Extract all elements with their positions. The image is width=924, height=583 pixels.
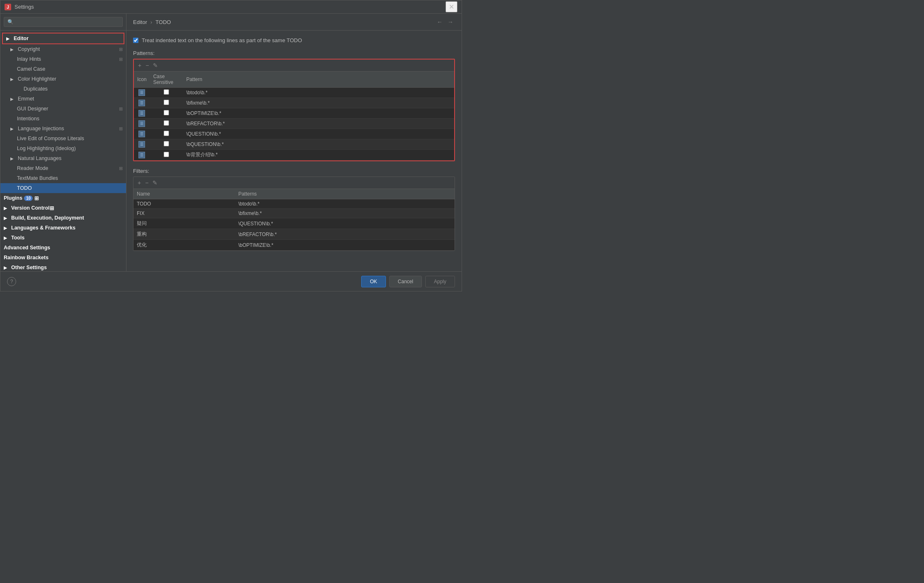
sidebar-item-editor[interactable]: ▶ Editor	[3, 33, 124, 43]
sidebar-item-label: Editor	[14, 36, 29, 41]
settings-window: J Settings ✕ ▶ Editor ▶	[0, 0, 462, 292]
col-case-sensitive: Case Sensitive	[150, 72, 183, 88]
sidebar-item-label: Duplicates	[24, 86, 123, 92]
row-case	[150, 108, 183, 119]
expand-arrow: ▶	[10, 47, 17, 52]
content-area: Editor › TODO ← → Treat indented text on…	[126, 14, 462, 271]
table-row: TODO \btodo\b.*	[133, 199, 455, 209]
case-checkbox[interactable]	[164, 152, 169, 157]
breadcrumb-todo: TODO	[155, 19, 171, 25]
table-row: FIX \bfixme\b.*	[133, 209, 455, 218]
sidebar-item-intentions[interactable]: Intentions	[0, 114, 126, 124]
table-row: 重构 \bREFACTOR\b.*	[133, 229, 455, 240]
row-pattern: \btodo\b.*	[183, 88, 454, 98]
apply-button[interactable]: Apply	[425, 276, 455, 287]
filters-remove-button[interactable]: −	[143, 179, 150, 187]
sidebar-item-build[interactable]: ▶ Build, Execution, Deployment	[0, 213, 126, 223]
case-checkbox[interactable]	[164, 120, 169, 126]
table-row: 优化 \bOPTIMIZE\b.*	[133, 240, 455, 251]
forward-button[interactable]: →	[446, 18, 455, 26]
table-row: ☰ \bfixme\b.*	[134, 98, 454, 108]
sidebar-item-languages[interactable]: ▶ Languages & Frameworks	[0, 223, 126, 233]
sidebar-item-other-settings[interactable]: ▶ Other Settings	[0, 263, 126, 271]
sidebar-item-language-injections[interactable]: ▶ Language Injections ⊞	[0, 124, 126, 134]
sidebar-item-label: Log Highlighting (Ideolog)	[17, 146, 123, 151]
sidebar-item-natural-languages[interactable]: ▶ Natural Languages	[0, 153, 126, 163]
case-checkbox[interactable]	[164, 141, 169, 146]
filter-patterns: \btodo\b.*	[235, 199, 455, 209]
sidebar-item-label: Languages & Frameworks	[11, 225, 76, 231]
sidebar-item-copyright[interactable]: ▶ Copyright ⊞	[0, 44, 126, 54]
case-checkbox[interactable]	[164, 110, 169, 115]
indent-checkbox-row: Treat indented text on the following lin…	[133, 37, 455, 43]
patterns-add-button[interactable]: +	[136, 61, 143, 69]
sidebar-item-color-highlighter[interactable]: ▶ Color Highlighter	[0, 74, 126, 84]
filters-add-button[interactable]: +	[136, 179, 143, 187]
sidebar-item-inlay-hints[interactable]: Inlay Hints ⊞	[0, 54, 126, 64]
row-pattern: \QUESTION\b.*	[183, 129, 454, 139]
table-row: ☰ \QUESTION\b.*	[134, 129, 454, 139]
filter-patterns: \bfixme\b.*	[235, 209, 455, 218]
filter-name: TODO	[133, 199, 235, 209]
row-icon: ☰	[134, 119, 150, 129]
todo-icon: ☰	[138, 141, 145, 148]
sidebar-item-label: Color Highlighter	[18, 76, 123, 82]
row-icon: ☰	[134, 139, 150, 150]
row-icon: ☰	[134, 150, 150, 160]
row-icon: ☰	[134, 129, 150, 139]
sidebar-item-tools[interactable]: ▶ Tools	[0, 233, 126, 243]
close-button[interactable]: ✕	[445, 1, 457, 12]
patterns-table: Icon Case Sensitive Pattern ☰ \btodo\b.*	[134, 72, 454, 160]
sidebar-item-advanced-settings[interactable]: Advanced Settings	[0, 243, 126, 253]
cancel-button[interactable]: Cancel	[389, 276, 422, 287]
filter-patterns: \bOPTIMIZE\b.*	[235, 240, 455, 251]
settings-icon: ⊞	[50, 205, 54, 211]
case-checkbox[interactable]	[164, 89, 169, 95]
sidebar-item-plugins[interactable]: Plugins 10 ⊞	[0, 193, 126, 203]
sidebar-item-version-control[interactable]: ▶ Version Control ⊞	[0, 203, 126, 213]
sidebar-item-rainbow-brackets[interactable]: Rainbow Brackets	[0, 253, 126, 263]
patterns-toolbar: + − ✎	[134, 60, 454, 72]
filter-name: 重构	[133, 229, 235, 240]
ok-button[interactable]: OK	[361, 276, 386, 287]
filters-edit-button[interactable]: ✎	[151, 179, 159, 187]
filters-tbody: TODO \btodo\b.* FIX \bfixme\b.* 疑问 \QUES…	[133, 199, 455, 251]
case-checkbox[interactable]	[164, 131, 169, 136]
sidebar-item-live-edit[interactable]: Live Edit of Compose Literals	[0, 134, 126, 143]
sidebar-item-textmate[interactable]: TextMate Bundles	[0, 173, 126, 183]
case-checkbox[interactable]	[164, 100, 169, 105]
expand-arrow: ▶	[6, 36, 13, 41]
filters-header-row: Name Patterns	[133, 189, 455, 199]
sidebar-item-gui-designer[interactable]: GUI Designer ⊞	[0, 104, 126, 114]
sidebar-item-label: Version Control	[11, 205, 50, 211]
svg-text:J: J	[7, 5, 9, 10]
indent-checkbox[interactable]	[133, 38, 138, 43]
sidebar-item-label: TextMate Bundles	[17, 175, 123, 181]
settings-icon: ⊞	[119, 106, 123, 112]
patterns-edit-button[interactable]: ✎	[151, 61, 160, 69]
search-input[interactable]	[4, 17, 123, 27]
help-button[interactable]: ?	[7, 277, 16, 286]
breadcrumb: Editor › TODO ← →	[126, 14, 462, 31]
sidebar-item-label: Language Injections	[18, 126, 117, 131]
sidebar-item-emmet[interactable]: ▶ Emmet	[0, 94, 126, 104]
todo-icon: ☰	[138, 131, 145, 137]
expand-arrow: ▶	[10, 97, 17, 101]
expand-arrow: ▶	[10, 156, 17, 161]
sidebar-item-reader-mode[interactable]: Reader Mode ⊞	[0, 163, 126, 173]
back-button[interactable]: ←	[435, 18, 444, 26]
row-case	[150, 119, 183, 129]
filter-patterns: \QUESTION\b.*	[235, 218, 455, 229]
expand-arrow: ▶	[4, 226, 10, 230]
sidebar-item-camel-case[interactable]: Camel Case	[0, 64, 126, 74]
todo-icon: ☰	[138, 110, 145, 117]
col-pattern: Pattern	[183, 72, 454, 88]
patterns-remove-button[interactable]: −	[144, 61, 150, 69]
sidebar-item-duplicates[interactable]: Duplicates	[0, 84, 126, 94]
sidebar-item-todo[interactable]: TODO	[0, 183, 126, 193]
row-case	[150, 150, 183, 160]
sidebar: ▶ Editor ▶ Copyright ⊞ Inlay Hints ⊞	[0, 14, 126, 271]
bottom-right: OK Cancel Apply	[361, 276, 455, 287]
sidebar-item-log-highlighting[interactable]: Log Highlighting (Ideolog)	[0, 143, 126, 153]
todo-icon: ☰	[138, 89, 145, 96]
